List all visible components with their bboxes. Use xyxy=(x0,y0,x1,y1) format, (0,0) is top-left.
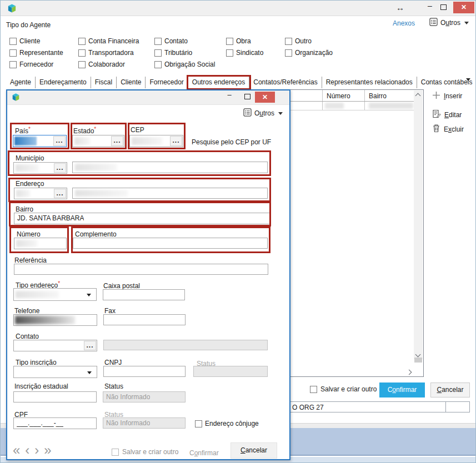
cpf-field[interactable]: ___.___.___-__ xyxy=(13,417,97,429)
tab-fiscal[interactable]: Fiscal xyxy=(91,77,117,88)
endereco-code-field[interactable]: ... xyxy=(14,188,67,199)
caixa-postal-field[interactable] xyxy=(103,289,185,300)
tipo-inscricao-select[interactable] xyxy=(13,366,97,378)
cancelar-button[interactable]: Cancelar xyxy=(430,383,470,397)
dialog-confirmar-button-disabled[interactable]: Confirmar xyxy=(189,449,219,457)
tabs-overflow-button[interactable] xyxy=(466,78,470,81)
pais-lookup-button[interactable]: ... xyxy=(53,136,66,146)
inscricao-estadual-field[interactable] xyxy=(13,391,97,402)
checkbox-conta-financeira[interactable]: Conta Financeira xyxy=(78,37,139,45)
tab-representantes-relacionados[interactable]: Representantes relacionados xyxy=(322,77,417,88)
checkbox-sindicato[interactable]: Sindicato xyxy=(226,49,263,57)
numero-field[interactable] xyxy=(14,238,67,249)
checkbox-obra[interactable]: Obra xyxy=(226,37,251,45)
checkbox-transportadora[interactable]: Transportadora xyxy=(78,49,134,57)
dialog-minimize-button[interactable]: – xyxy=(223,90,236,103)
checkbox-fornecedor[interactable]: Fornecedor xyxy=(9,61,53,68)
scroll-right-icon[interactable] xyxy=(407,370,412,375)
confirmar-button[interactable]: Confirmar xyxy=(379,383,425,397)
tipo-endereco-select[interactable] xyxy=(13,288,97,301)
checkbox-box[interactable] xyxy=(112,449,119,456)
save-and-create-checkbox[interactable]: Salvar e criar outro xyxy=(310,385,377,393)
scrollbar-thumb[interactable] xyxy=(414,358,422,363)
tab-contatos-referencias[interactable]: Contatos/Referências xyxy=(249,77,322,88)
checkbox-box[interactable] xyxy=(78,49,86,57)
nav-prev-button[interactable]: ‹ xyxy=(25,442,34,457)
complemento-field[interactable] xyxy=(73,238,268,249)
tab-enderecamento[interactable]: Endereçamento xyxy=(36,77,91,88)
outros-menu-button[interactable]: Outros xyxy=(429,18,469,28)
dialog-maximize-button[interactable] xyxy=(244,94,250,99)
endereco-lookup-button[interactable]: ... xyxy=(54,189,66,198)
estado-field[interactable]: ... xyxy=(72,135,124,147)
checkbox-box[interactable] xyxy=(78,61,86,68)
cnpj-field[interactable] xyxy=(103,366,186,377)
dialog-cancelar-button[interactable]: Cancelar xyxy=(231,442,277,459)
scroll-down-icon[interactable] xyxy=(415,352,421,358)
resize-icon[interactable]: ↔ xyxy=(396,3,404,12)
column-header-bairro[interactable]: Bairro xyxy=(369,92,387,100)
checkbox-outro[interactable]: Outro xyxy=(285,37,312,45)
endereco-conjuge-checkbox[interactable]: Endereço cônjuge xyxy=(195,420,259,427)
tab-fornecedor[interactable]: Fornecedor xyxy=(146,77,188,88)
tab-agente[interactable]: Agente xyxy=(6,77,36,88)
editar-button[interactable]: Editar xyxy=(432,109,462,120)
checkbox-obrigacao-social[interactable]: Obrigação Social xyxy=(154,61,215,68)
trash-icon xyxy=(432,124,440,134)
checkbox-contato[interactable]: Contato xyxy=(154,37,188,45)
minimize-button[interactable]: – xyxy=(423,1,437,13)
checkbox-box[interactable] xyxy=(9,61,17,68)
anexos-link[interactable]: Anexos xyxy=(393,19,415,27)
pais-field[interactable]: ... xyxy=(13,135,67,147)
checkbox-colaborador[interactable]: Colaborador xyxy=(78,61,125,68)
checkbox-box[interactable] xyxy=(9,38,17,45)
vertical-scrollbar[interactable] xyxy=(414,90,423,359)
checkbox-box[interactable] xyxy=(78,38,86,45)
bairro-field[interactable]: JD. SANTA BARBARA xyxy=(14,213,270,224)
checkbox-box[interactable] xyxy=(154,49,162,57)
checkbox-box[interactable] xyxy=(226,38,233,45)
cep-field[interactable]: ... xyxy=(129,135,183,147)
checkbox-box[interactable] xyxy=(285,38,292,45)
checkbox-cliente[interactable]: Cliente xyxy=(9,37,40,45)
pais-label: País* xyxy=(15,126,31,135)
nav-first-button[interactable]: « xyxy=(13,442,25,457)
scroll-up-icon[interactable] xyxy=(415,93,421,99)
fax-field[interactable] xyxy=(103,314,186,325)
checkbox-box[interactable] xyxy=(226,49,233,57)
telefone-label: Telefone xyxy=(14,307,39,315)
tab-cliente[interactable]: Cliente xyxy=(117,77,146,88)
grid-row-text: O ORG 27 xyxy=(292,404,324,411)
dialog-close-button[interactable]: ✕ xyxy=(255,92,275,103)
nav-next-button[interactable]: › xyxy=(34,442,44,457)
estado-lookup-button[interactable]: ... xyxy=(111,136,123,146)
cep-lookup-button[interactable]: ... xyxy=(170,136,182,146)
referencia-field[interactable] xyxy=(14,264,268,275)
tab-outros-enderecos[interactable]: Outros endereços xyxy=(188,77,249,88)
excluir-button[interactable]: Excluir xyxy=(432,124,464,134)
maximize-button[interactable] xyxy=(440,4,447,10)
municipio-lookup-button[interactable]: ... xyxy=(54,163,66,173)
inserir-button[interactable]: Inserir xyxy=(432,91,462,101)
checkbox-box[interactable] xyxy=(154,38,162,45)
checkbox-organizacao[interactable]: Organização xyxy=(285,49,333,57)
checkbox-representante[interactable]: Representante xyxy=(9,49,63,57)
checkbox-box[interactable] xyxy=(9,49,17,57)
checkbox-box[interactable] xyxy=(285,49,292,57)
contato-code-field[interactable]: ... xyxy=(13,340,97,351)
column-header-numero[interactable]: Número xyxy=(327,92,350,100)
endereco-name-field[interactable] xyxy=(72,188,268,199)
checkbox-box[interactable] xyxy=(195,420,202,427)
outros-label: Outros xyxy=(440,19,460,27)
dialog-save-and-create-checkbox[interactable]: Salvar e criar outro xyxy=(112,448,178,456)
checkbox-box[interactable] xyxy=(310,386,317,393)
municipio-name-field[interactable] xyxy=(72,162,268,173)
telefone-field[interactable] xyxy=(13,314,97,326)
contato-lookup-button[interactable]: ... xyxy=(84,341,96,350)
close-button[interactable]: ✕ xyxy=(453,2,474,13)
checkbox-box[interactable] xyxy=(154,61,162,68)
checkbox-tributario[interactable]: Tributário xyxy=(154,49,192,57)
municipio-code-field[interactable]: ... xyxy=(13,162,67,174)
dialog-outros-menu-button[interactable]: Outros xyxy=(243,108,283,118)
nav-last-button[interactable]: » xyxy=(44,442,56,457)
